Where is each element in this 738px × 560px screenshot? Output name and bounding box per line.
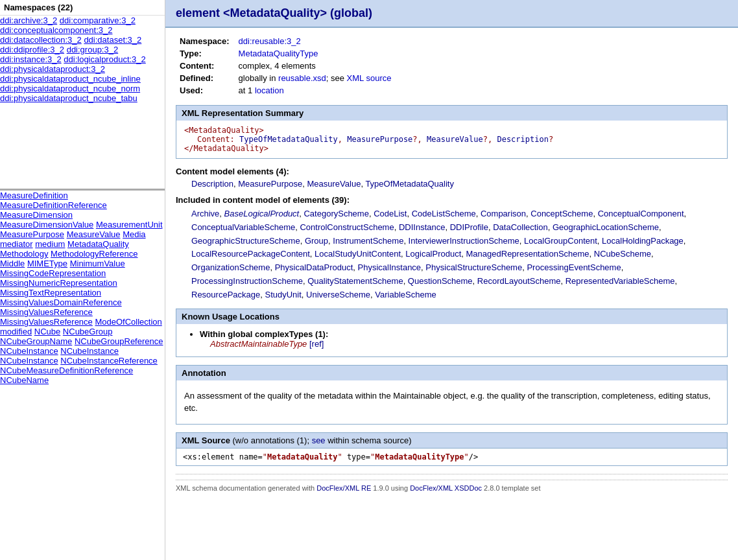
inc-ddiinstance[interactable]: DDIInstance xyxy=(399,222,446,232)
ns-ddiprofile[interactable]: ddi:ddiprofile:3_2 xyxy=(0,45,64,54)
inc-physicalinstance[interactable]: PhysicalInstance xyxy=(358,262,422,272)
inc-processinginstructionscheme[interactable]: ProcessingInstructionScheme xyxy=(191,276,303,286)
docflex-re-link[interactable]: DocFlex/XML RE xyxy=(316,484,371,492)
el-ncubename[interactable]: NCubeName xyxy=(0,375,49,385)
el-missingvaluesref2[interactable]: MissingValuesReference xyxy=(0,317,93,327)
location-link[interactable]: location xyxy=(255,86,284,95)
el-ncubegroup[interactable]: NCubeGroup xyxy=(63,327,113,336)
inc-datacollection[interactable]: DataCollection xyxy=(493,222,548,232)
ns-instance[interactable]: ddi:instance:3_2 xyxy=(0,54,62,64)
inc-studyunit[interactable]: StudyUnit xyxy=(265,290,301,299)
el-measuredimensionvalue[interactable]: MeasureDimensionValue xyxy=(0,220,93,229)
ns-ncube-inline[interactable]: ddi:physicaldataproduct_ncube_inline xyxy=(0,74,141,84)
inc-localholdingpackage[interactable]: LocalHoldingPackage xyxy=(602,236,684,246)
cm-measurevalue[interactable]: MeasureValue xyxy=(307,179,361,189)
inc-baselogicalproduct[interactable]: BaseLogicalProduct xyxy=(224,209,300,218)
namespace-link[interactable]: ddi:reusable:3_2 xyxy=(239,36,301,46)
ns-ncube-tabu[interactable]: ddi:physicaldataproduct_ncube_tabu xyxy=(0,93,137,103)
el-minimumvalue[interactable]: MinimumValue xyxy=(70,259,125,268)
xml-source-see-link[interactable]: see xyxy=(312,436,326,445)
inc-group[interactable]: Group xyxy=(305,236,328,246)
inc-conceptscheme[interactable]: ConceptScheme xyxy=(530,209,593,218)
inc-universescheme[interactable]: UniverseScheme xyxy=(306,290,370,299)
el-mediator[interactable]: mediator xyxy=(0,239,33,249)
el-measuredimension[interactable]: MeasureDimension xyxy=(0,210,73,220)
elements-list[interactable]: MeasureDefinition MeasureDefinitionRefer… xyxy=(0,191,165,560)
namespaces-list[interactable]: ddi:archive:3_2 ddi:comparative:3_2 ddi:… xyxy=(0,16,165,191)
ns-group[interactable]: ddi:group:3_2 xyxy=(67,45,119,54)
content-el-typeofmetadataquality[interactable]: TypeOfMetadataQuality xyxy=(239,135,338,144)
inc-managedrepresentationscheme[interactable]: ManagedRepresentationScheme xyxy=(466,249,589,259)
el-missingcoderep[interactable]: MissingCodeRepresentation xyxy=(0,268,106,278)
el-middle[interactable]: Middle xyxy=(0,259,25,268)
inc-ncubescheme[interactable]: NCubeScheme xyxy=(594,249,651,259)
inc-codelist[interactable]: CodeList xyxy=(374,209,407,218)
el-missingvaluesref1[interactable]: MissingValuesReference xyxy=(0,307,93,317)
el-measuredefinition[interactable]: MeasureDefinition xyxy=(0,191,68,200)
ns-archive[interactable]: ddi:archive:3_2 xyxy=(0,16,57,25)
ns-datacollection[interactable]: ddi:datacollection:3_2 xyxy=(0,35,82,45)
inc-logicalproduct[interactable]: LogicalProduct xyxy=(405,249,461,259)
inc-qualitystatementscheme[interactable]: QualityStatementScheme xyxy=(307,276,403,286)
el-medium[interactable]: medium xyxy=(35,239,65,249)
el-ncubeinstance1[interactable]: NCubeInstance xyxy=(0,346,58,356)
ref-link[interactable]: [ref] xyxy=(309,339,324,349)
el-ncubegroupname[interactable]: NCubeGroupName xyxy=(0,336,72,346)
el-ncubeinstanceref[interactable]: NCubeInstanceReference xyxy=(60,356,158,366)
ns-comparative[interactable]: ddi:comparative:3_2 xyxy=(60,16,136,25)
el-ncubeinstance2[interactable]: NCubeInstance xyxy=(60,346,119,356)
inc-physicalstructurescheme[interactable]: PhysicalStructureScheme xyxy=(425,262,522,272)
content-el-measurevalue[interactable]: MeasureValue xyxy=(427,135,483,144)
inc-interviewerinstructionscheme[interactable]: InterviewerInstructionScheme xyxy=(409,236,519,246)
content-el-description[interactable]: Description xyxy=(497,135,548,144)
inc-comparison[interactable]: Comparison xyxy=(481,209,526,218)
inc-controlconstructscheme[interactable]: ControlConstructScheme xyxy=(300,222,394,232)
ns-physicaldataproduct[interactable]: ddi:physicaldataproduct:3_2 xyxy=(0,64,105,74)
ns-ncube-norm[interactable]: ddi:physicaldataproduct_ncube_norm xyxy=(0,84,140,93)
inc-instrumentscheme[interactable]: InstrumentScheme xyxy=(333,236,403,246)
inc-conceptualcomponent[interactable]: ConceptualComponent xyxy=(598,209,684,218)
type-link[interactable]: MetadataQualityType xyxy=(239,49,318,58)
inc-conceptualvariablescheme[interactable]: ConceptualVariableScheme xyxy=(191,222,295,232)
el-ncubemeasuredefref[interactable]: NCubeMeasureDefinitionReference xyxy=(0,366,133,375)
inc-geographicstructurescheme[interactable]: GeographicStructureScheme xyxy=(191,236,300,246)
inc-processingeventscheme[interactable]: ProcessingEventScheme xyxy=(527,262,621,272)
inc-ddiprofile[interactable]: DDIProfile xyxy=(450,222,488,232)
el-missingvaluesdomainref[interactable]: MissingValuesDomainReference xyxy=(0,298,122,307)
ns-logicalproduct[interactable]: ddi:logicalproduct:3_2 xyxy=(64,54,145,64)
el-ncubegroupref[interactable]: NCubeGroupReference xyxy=(75,336,163,346)
abstract-maintainable-type-link[interactable]: AbstractMaintainableType xyxy=(210,339,307,349)
el-measurepurpose[interactable]: MeasurePurpose xyxy=(0,229,64,239)
inc-localstudyunitcontent[interactable]: LocalStudyUnitContent xyxy=(315,249,401,259)
el-mimetype[interactable]: MIMEType xyxy=(27,259,67,268)
inc-physicaldataproduct[interactable]: PhysicalDataProduct xyxy=(275,262,353,272)
cm-measurepurpose[interactable]: MeasurePurpose xyxy=(238,179,302,189)
el-measurevalue[interactable]: MeasureValue xyxy=(67,229,121,239)
inc-resourcepackage[interactable]: ResourcePackage xyxy=(191,290,260,299)
inc-localresourcepackagecontent[interactable]: LocalResourcePackageContent xyxy=(191,249,310,259)
el-measurementunit[interactable]: MeasurementUnit xyxy=(96,220,163,229)
el-modeofcollection[interactable]: ModeOfCollection xyxy=(95,317,161,327)
inc-codelistscheme[interactable]: CodeListScheme xyxy=(412,209,476,218)
inc-geographiclocationscheme[interactable]: GeographicLocationScheme xyxy=(553,222,659,232)
inc-localgroupcontent[interactable]: LocalGroupContent xyxy=(524,236,597,246)
cm-description[interactable]: Description xyxy=(191,179,233,189)
inc-organizationscheme[interactable]: OrganizationScheme xyxy=(191,262,270,272)
el-media[interactable]: Media xyxy=(123,229,145,239)
ns-conceptualcomponent[interactable]: ddi:conceptualcomponent:3_2 xyxy=(0,25,112,35)
el-missingnumrep[interactable]: MissingNumericRepresentation xyxy=(0,278,117,288)
cm-typeofmetadataquality[interactable]: TypeOfMetadataQuality xyxy=(365,179,454,189)
inc-archive[interactable]: Archive xyxy=(191,209,219,218)
xml-source-link[interactable]: XML source xyxy=(347,73,392,83)
inc-categoryscheme[interactable]: CategoryScheme xyxy=(304,209,368,218)
docflex-xsddoc-link[interactable]: DocFlex/XML XSDDoc xyxy=(410,484,482,492)
el-ncubeinstance3[interactable]: NCubeInstance xyxy=(0,356,58,366)
inc-questionscheme[interactable]: QuestionScheme xyxy=(408,276,473,286)
el-methodology[interactable]: Methodology xyxy=(0,249,48,259)
el-ncube[interactable]: NCube xyxy=(34,327,60,336)
content-el-measurepurpose[interactable]: MeasurePurpose xyxy=(347,135,412,144)
inc-recordlayoutscheme[interactable]: RecordLayoutScheme xyxy=(477,276,561,286)
el-metadataquality[interactable]: MetadataQuality xyxy=(67,239,129,249)
el-methodologyref[interactable]: MethodologyReference xyxy=(51,249,137,259)
ns-dataset[interactable]: ddi:dataset:3_2 xyxy=(84,35,141,45)
